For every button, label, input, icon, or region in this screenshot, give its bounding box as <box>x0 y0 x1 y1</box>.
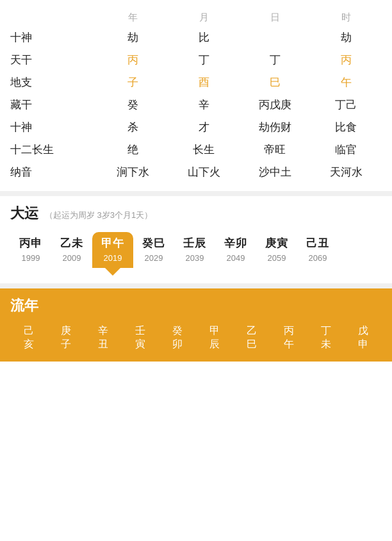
dayun-card-5[interactable]: 辛卯2049 <box>215 232 256 268</box>
liunian-top-8: 丁 <box>321 324 331 338</box>
dayun-year-0: 1999 <box>22 253 40 263</box>
dayun-card-1[interactable]: 乙未2009 <box>51 232 92 268</box>
bazi-row-3: 藏干癸辛丙戊庚丁己 <box>10 94 382 116</box>
liunian-top-4: 癸 <box>172 324 183 338</box>
bazi-table: 年月日时十神劫比劫天干丙丁丁丙地支子酉巳午藏干癸辛丙戊庚丁己十神杀才劫伤财比食十… <box>10 8 382 183</box>
liunian-top-2: 辛 <box>98 324 108 338</box>
liunian-top-3: 壬 <box>135 324 145 338</box>
liunian-bottom-2: 丑 <box>98 338 108 351</box>
bazi-row-label-1: 天干 <box>10 49 97 71</box>
liunian-bottom-4: 卯 <box>172 338 183 351</box>
bazi-header-2: 月 <box>168 8 240 26</box>
dayun-ganzhi-4: 壬辰 <box>183 236 206 251</box>
divider-2 <box>0 283 392 288</box>
bazi-row-label-4: 十神 <box>10 116 97 138</box>
bazi-row-0: 十神劫比劫 <box>10 26 382 49</box>
liunian-cell-3: 壬寅 <box>122 324 159 351</box>
bazi-cell-5-0: 绝 <box>97 138 168 161</box>
bazi-cell-5-3: 临官 <box>311 138 382 161</box>
liunian-bottom-1: 子 <box>61 338 71 351</box>
liunian-bottom-7: 午 <box>284 338 294 351</box>
bazi-cell-1-0: 丙 <box>97 49 168 71</box>
bazi-cell-2-0: 子 <box>97 71 168 94</box>
bazi-row-6: 纳音涧下水山下火沙中土天河水 <box>10 161 382 183</box>
dayun-card-7[interactable]: 己丑2069 <box>297 232 338 268</box>
liunian-bottom-8: 未 <box>321 338 331 351</box>
bazi-cell-3-1: 辛 <box>168 94 240 116</box>
bazi-cell-5-1: 长生 <box>168 138 240 161</box>
bazi-cell-6-3: 天河水 <box>311 161 382 183</box>
dayun-card-6[interactable]: 庚寅2059 <box>256 232 297 268</box>
liunian-cell-5: 甲辰 <box>196 324 233 351</box>
liunian-top-1: 庚 <box>61 324 71 338</box>
liunian-top-6: 乙 <box>247 324 257 338</box>
dayun-year-6: 2059 <box>268 253 286 263</box>
liunian-top-0: 己 <box>24 324 34 338</box>
dayun-card-0[interactable]: 丙申1999 <box>10 232 51 268</box>
dayun-ganzhi-2: 甲午 <box>101 236 124 251</box>
liunian-bottom-3: 寅 <box>135 338 145 351</box>
liunian-grid: 己亥庚子辛丑壬寅癸卯甲辰乙巳丙午丁未戊申 <box>10 324 382 351</box>
dayun-title-row: 大运 （起运为周岁 3岁3个月1天） <box>10 204 382 223</box>
bazi-cell-0-0: 劫 <box>97 26 168 49</box>
liunian-cell-6: 乙巳 <box>233 324 270 351</box>
bazi-cell-1-2: 丁 <box>240 49 311 71</box>
bazi-cell-4-0: 杀 <box>97 116 168 138</box>
liunian-section: 流年 己亥庚子辛丑壬寅癸卯甲辰乙巳丙午丁未戊申 <box>0 288 392 362</box>
bazi-header-4: 时 <box>311 8 382 26</box>
bazi-section: 年月日时十神劫比劫天干丙丁丁丙地支子酉巳午藏干癸辛丙戊庚丁己十神杀才劫伤财比食十… <box>0 0 392 183</box>
bazi-row-label-6: 纳音 <box>10 161 97 183</box>
bazi-cell-1-3: 丙 <box>311 49 382 71</box>
liunian-cell-7: 丙午 <box>270 324 307 351</box>
bazi-cell-3-0: 癸 <box>97 94 168 116</box>
liunian-cell-1: 庚子 <box>47 324 85 351</box>
liunian-bottom-0: 亥 <box>24 338 34 351</box>
bazi-cell-6-2: 沙中土 <box>240 161 311 183</box>
divider-1 <box>0 191 392 196</box>
bazi-row-label-0: 十神 <box>10 26 97 49</box>
bazi-cell-1-1: 丁 <box>168 49 240 71</box>
liunian-cell-2: 辛丑 <box>85 324 122 351</box>
liunian-title: 流年 <box>10 296 382 315</box>
liunian-cell-4: 癸卯 <box>159 324 196 351</box>
bazi-row-label-2: 地支 <box>10 71 97 94</box>
dayun-card-3[interactable]: 癸巳2029 <box>133 232 174 268</box>
dayun-cards: 丙申1999乙未2009甲午2019癸巳2029壬辰2039辛卯2049庚寅20… <box>10 232 382 270</box>
bazi-row-label-5: 十二长生 <box>10 138 97 161</box>
bazi-cell-2-2: 巳 <box>240 71 311 94</box>
bazi-cell-5-2: 帝旺 <box>240 138 311 161</box>
bazi-row-2: 地支子酉巳午 <box>10 71 382 94</box>
liunian-top-9: 戊 <box>358 324 368 338</box>
bazi-header-0 <box>10 8 97 26</box>
bazi-cell-0-2 <box>240 26 311 49</box>
dayun-ganzhi-1: 乙未 <box>60 236 83 251</box>
bazi-row-label-3: 藏干 <box>10 94 97 116</box>
liunian-cell-8: 丁未 <box>307 324 345 351</box>
bazi-cell-2-3: 午 <box>311 71 382 94</box>
liunian-bottom-9: 申 <box>358 338 368 351</box>
dayun-year-2: 2019 <box>104 253 122 263</box>
bazi-cell-4-1: 才 <box>168 116 240 138</box>
bazi-row-5: 十二长生绝长生帝旺临官 <box>10 138 382 161</box>
bazi-cell-3-3: 丁己 <box>311 94 382 116</box>
dayun-subtitle: （起运为周岁 3岁3个月1天） <box>45 210 152 221</box>
bazi-row-1: 天干丙丁丁丙 <box>10 49 382 71</box>
dayun-year-3: 2029 <box>145 253 163 263</box>
liunian-cell-0: 己亥 <box>10 324 47 351</box>
liunian-top-5: 甲 <box>209 324 220 338</box>
dayun-section: 大运 （起运为周岁 3岁3个月1天） 丙申1999乙未2009甲午2019癸巳2… <box>0 196 392 270</box>
dayun-card-2[interactable]: 甲午2019 <box>92 232 133 268</box>
dayun-year-7: 2069 <box>309 253 327 263</box>
dayun-ganzhi-3: 癸巳 <box>142 236 165 251</box>
bazi-cell-3-2: 丙戊庚 <box>240 94 311 116</box>
dayun-card-4[interactable]: 壬辰2039 <box>174 232 215 268</box>
dayun-title: 大运 <box>10 204 38 223</box>
bazi-cell-4-3: 比食 <box>311 116 382 138</box>
dayun-ganzhi-7: 己丑 <box>306 236 329 251</box>
liunian-bottom-5: 辰 <box>209 338 220 351</box>
bazi-cell-0-1: 比 <box>168 26 240 49</box>
liunian-top-7: 丙 <box>284 324 294 338</box>
bazi-header-3: 日 <box>240 8 311 26</box>
dayun-ganzhi-6: 庚寅 <box>265 236 288 251</box>
bazi-cell-4-2: 劫伤财 <box>240 116 311 138</box>
